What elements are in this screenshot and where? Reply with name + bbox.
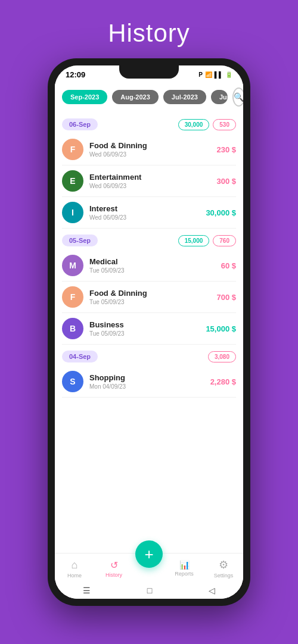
- transaction-shopping: S Shopping Mon 04/09/23 2,280 $: [62, 366, 236, 398]
- nav-reports-label: Reports: [175, 571, 194, 577]
- search-icon: 🔍: [234, 92, 243, 102]
- month-tab-jul2023[interactable]: Jul-2023: [163, 90, 206, 104]
- nav-home-label: Home: [67, 573, 82, 579]
- tx-name-food-2: Food & Dinning: [89, 289, 216, 298]
- status-p-icon: P: [198, 71, 203, 78]
- avatar-interest: I: [62, 202, 83, 223]
- date-badge-04sep: 04-Sep: [62, 351, 98, 362]
- nav-home[interactable]: ⌂ Home: [57, 559, 92, 579]
- total-expense-04sep: 3,080: [208, 351, 236, 362]
- content-area: Sep-2023 Aug-2023 Jul-2023 Jun-2 🔍 06-Se…: [55, 82, 243, 599]
- tx-info-shopping: Shopping Mon 04/09/23: [89, 373, 210, 390]
- bottom-nav: + ⌂ Home ↺ History 📊 Reports ⚙ Settings: [55, 553, 243, 581]
- tx-date-food-1: Wed 06/09/23: [89, 151, 216, 158]
- date-totals-06sep: 30,000 530: [178, 119, 236, 130]
- date-totals-05sep: 15,000 760: [178, 235, 236, 246]
- signal-icon: ▌▌: [215, 71, 223, 78]
- avatar-shopping: S: [62, 371, 83, 392]
- tx-amount-interest: 30,000 $: [206, 208, 236, 217]
- date-badge-05sep: 05-Sep: [62, 235, 98, 246]
- android-home-icon[interactable]: □: [147, 586, 152, 595]
- nav-history[interactable]: ↺ History: [96, 559, 132, 578]
- transaction-business: B Business Tue 05/09/23 15,000 $: [62, 313, 236, 345]
- month-tab-sep2023[interactable]: Sep-2023: [62, 90, 107, 104]
- tx-date-business: Tue 05/09/23: [89, 330, 206, 337]
- nav-settings-label: Settings: [214, 573, 234, 579]
- total-income-05sep: 15,000: [178, 235, 210, 246]
- android-nav-bar: ☰ □ ◁: [55, 581, 243, 599]
- nav-reports[interactable]: 📊 Reports: [166, 560, 202, 577]
- reports-icon: 📊: [179, 560, 190, 570]
- tx-name-entertainment: Entertainment: [89, 173, 216, 182]
- tx-amount-food-2: 700 $: [216, 293, 236, 302]
- total-expense-06sep: 530: [213, 119, 236, 130]
- tx-amount-business: 15,000 $: [206, 324, 236, 333]
- tx-info-interest: Interest Wed 06/09/23: [89, 204, 206, 221]
- date-totals-04sep: 3,080: [208, 351, 236, 362]
- avatar-business: B: [62, 318, 83, 339]
- phone-notch: [119, 65, 179, 79]
- wifi-icon: 📶: [205, 71, 212, 78]
- tx-name-medical: Medical: [89, 257, 221, 266]
- transaction-medical: M Medical Tue 05/09/23 60 $: [62, 250, 236, 282]
- avatar-food-2: F: [62, 286, 83, 308]
- avatar-medical: M: [62, 255, 83, 276]
- tx-info-entertainment: Entertainment Wed 06/09/23: [89, 173, 216, 189]
- status-time: 12:09: [66, 70, 85, 79]
- tx-info-business: Business Tue 05/09/23: [89, 320, 206, 337]
- home-icon: ⌂: [72, 559, 78, 571]
- tx-amount-entertainment: 300 $: [216, 177, 236, 186]
- nav-settings[interactable]: ⚙ Settings: [206, 558, 241, 579]
- phone-screen: 12:09 P 📶 ▌▌ 🔋 Sep-2023 Aug-2023 Jul-202…: [55, 65, 243, 599]
- transaction-food-dinning-2: F Food & Dinning Tue 05/09/23 700 $: [62, 282, 236, 313]
- battery-icon: 🔋: [225, 71, 232, 78]
- android-back-icon[interactable]: ◁: [209, 586, 215, 595]
- tx-amount-medical: 60 $: [221, 261, 236, 270]
- tx-amount-shopping: 2,280 $: [210, 377, 236, 386]
- tx-name-business: Business: [89, 320, 206, 329]
- tx-info-food-2: Food & Dinning Tue 05/09/23: [89, 289, 216, 305]
- tx-date-medical: Tue 05/09/23: [89, 267, 221, 274]
- tx-info-food-1: Food & Dinning Wed 06/09/23: [89, 141, 216, 158]
- date-header-06sep: 06-Sep 30,000 530: [62, 118, 236, 130]
- phone-frame: 12:09 P 📶 ▌▌ 🔋 Sep-2023 Aug-2023 Jul-202…: [48, 58, 250, 606]
- avatar-entertainment: E: [62, 170, 83, 192]
- transaction-interest: I Interest Wed 06/09/23 30,000 $: [62, 197, 236, 229]
- nav-history-label: History: [105, 572, 122, 578]
- settings-icon: ⚙: [219, 558, 228, 571]
- tx-date-interest: Wed 06/09/23: [89, 214, 206, 221]
- status-icons: P 📶 ▌▌ 🔋: [198, 71, 232, 78]
- month-tab-aug2023[interactable]: Aug-2023: [112, 90, 159, 104]
- transaction-entertainment: E Entertainment Wed 06/09/23 300 $: [62, 165, 236, 197]
- tx-date-entertainment: Wed 06/09/23: [89, 183, 216, 189]
- month-tabs-row: Sep-2023 Aug-2023 Jul-2023 Jun-2 🔍: [55, 82, 243, 112]
- month-tab-jun2023[interactable]: Jun-2: [211, 90, 228, 104]
- page-title: History: [108, 19, 190, 48]
- total-income-06sep: 30,000: [178, 119, 210, 130]
- total-expense-05sep: 760: [213, 235, 236, 246]
- tx-amount-food-1: 230 $: [216, 145, 236, 154]
- tx-info-medical: Medical Tue 05/09/23: [89, 257, 221, 274]
- tx-name-food-1: Food & Dinning: [89, 141, 216, 150]
- transactions-list: 06-Sep 30,000 530 F Food & Dinning Wed 0…: [55, 112, 243, 553]
- date-header-04sep: 04-Sep 3,080: [62, 351, 236, 362]
- avatar-food-1: F: [62, 139, 83, 160]
- android-menu-icon[interactable]: ☰: [83, 586, 91, 595]
- tx-date-food-2: Tue 05/09/23: [89, 299, 216, 305]
- search-button[interactable]: 🔍: [232, 87, 243, 107]
- tx-name-interest: Interest: [89, 204, 206, 213]
- fab-add-button[interactable]: +: [135, 540, 163, 568]
- transaction-food-dinning-1: F Food & Dinning Wed 06/09/23 230 $: [62, 134, 236, 165]
- date-header-05sep: 05-Sep 15,000 760: [62, 235, 236, 246]
- date-badge-06sep: 06-Sep: [62, 118, 98, 130]
- history-icon: ↺: [110, 559, 118, 571]
- tx-name-shopping: Shopping: [89, 373, 210, 382]
- tx-date-shopping: Mon 04/09/23: [89, 383, 210, 390]
